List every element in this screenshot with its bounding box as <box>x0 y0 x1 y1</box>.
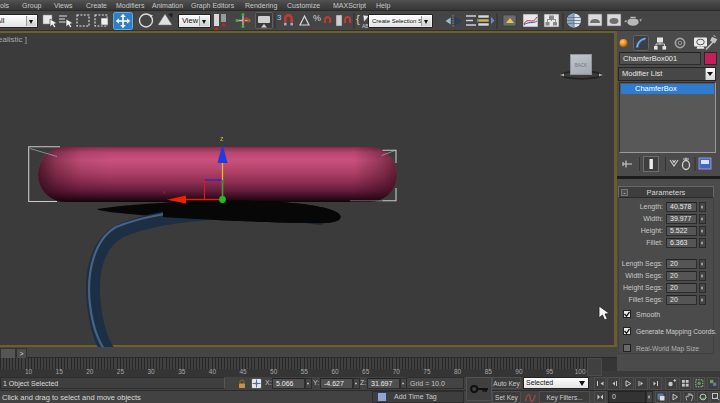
svg-text:%: % <box>313 13 321 23</box>
svg-text:{: { <box>356 13 360 25</box>
svg-text:3: 3 <box>277 13 282 22</box>
svg-text:z: z <box>220 135 224 142</box>
